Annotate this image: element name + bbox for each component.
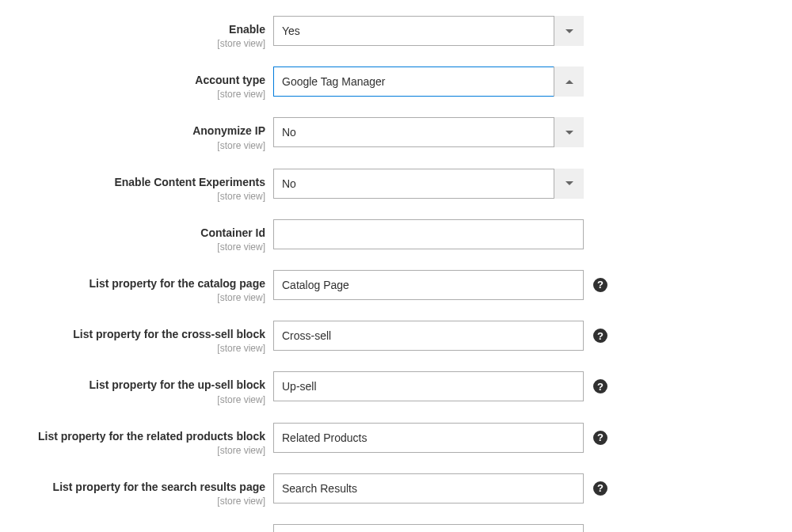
- field-col-account-type: Google Tag Manager: [273, 66, 584, 97]
- scope-catalog-page: [store view]: [8, 292, 265, 303]
- row-container-id: Container Id [store view]: [8, 219, 784, 253]
- scope-related-products: [store view]: [8, 445, 265, 456]
- scope-account-type: [store view]: [8, 89, 265, 100]
- label-catalog-page: List property for the catalog page: [8, 276, 265, 291]
- label-cross-sell: List property for the cross-sell block: [8, 327, 265, 341]
- row-catalog-page: List property for the catalog page [stor…: [8, 270, 784, 303]
- select-enable[interactable]: Yes: [273, 16, 584, 46]
- input-container-id[interactable]: [273, 219, 584, 249]
- select-account-type[interactable]: Google Tag Manager: [273, 66, 584, 97]
- field-col-related-products: ?: [273, 423, 607, 453]
- label-enable: Enable: [8, 22, 265, 36]
- field-col-search-results: ?: [273, 473, 607, 504]
- label-col-cross-sell: List property for the cross-sell block […: [8, 321, 273, 354]
- label-col-catalog-page: List property for the catalog page [stor…: [8, 270, 273, 303]
- label-col-search-results: List property for the search results pag…: [8, 473, 273, 507]
- label-related-products: List property for the related products b…: [8, 429, 265, 443]
- label-col-internal-promotions: 'Internal Promotions' for promotions fie…: [8, 524, 273, 532]
- row-internal-promotions: 'Internal Promotions' for promotions fie…: [8, 524, 784, 532]
- scope-enable: [store view]: [8, 38, 265, 49]
- label-search-results: List property for the search results pag…: [8, 480, 265, 494]
- field-col-container-id: [273, 219, 584, 249]
- field-col-content-experiments: No: [273, 169, 584, 199]
- field-col-up-sell: ?: [273, 371, 607, 401]
- input-related-products[interactable]: [273, 423, 584, 453]
- row-enable: Enable [store view] Yes: [8, 16, 784, 49]
- label-container-id: Container Id: [8, 226, 265, 240]
- input-up-sell[interactable]: [273, 371, 584, 401]
- row-search-results: List property for the search results pag…: [8, 473, 784, 507]
- label-col-related-products: List property for the related products b…: [8, 423, 273, 456]
- row-content-experiments: Enable Content Experiments [store view] …: [8, 169, 784, 202]
- field-col-enable: Yes: [273, 16, 584, 46]
- row-related-products: List property for the related products b…: [8, 423, 784, 456]
- input-catalog-page[interactable]: [273, 270, 584, 300]
- select-content-experiments-input[interactable]: No: [273, 169, 584, 199]
- select-anonymize-ip[interactable]: No: [273, 117, 584, 147]
- label-col-content-experiments: Enable Content Experiments [store view]: [8, 169, 273, 202]
- label-col-up-sell: List property for the up-sell block [sto…: [8, 371, 273, 405]
- row-anonymize-ip: Anonymize IP [store view] No: [8, 117, 784, 150]
- help-icon[interactable]: ?: [593, 329, 607, 343]
- label-col-enable: Enable [store view]: [8, 16, 273, 49]
- field-col-internal-promotions: ?: [273, 524, 607, 532]
- help-icon[interactable]: ?: [593, 278, 607, 292]
- help-icon[interactable]: ?: [593, 431, 607, 445]
- row-account-type: Account type [store view] Google Tag Man…: [8, 66, 784, 100]
- field-col-catalog-page: ?: [273, 270, 607, 300]
- label-account-type: Account type: [8, 73, 265, 87]
- select-account-type-input[interactable]: Google Tag Manager: [273, 66, 584, 97]
- scope-content-experiments: [store view]: [8, 191, 265, 202]
- scope-container-id: [store view]: [8, 241, 265, 253]
- scope-up-sell: [store view]: [8, 394, 265, 405]
- label-col-container-id: Container Id [store view]: [8, 219, 273, 253]
- select-content-experiments[interactable]: No: [273, 169, 584, 199]
- select-anonymize-ip-input[interactable]: No: [273, 117, 584, 147]
- scope-anonymize-ip: [store view]: [8, 140, 265, 151]
- scope-cross-sell: [store view]: [8, 343, 265, 354]
- label-col-anonymize-ip: Anonymize IP [store view]: [8, 117, 273, 150]
- input-cross-sell[interactable]: [273, 321, 584, 351]
- row-up-sell: List property for the up-sell block [sto…: [8, 371, 784, 405]
- scope-search-results: [store view]: [8, 496, 265, 507]
- input-search-results[interactable]: [273, 473, 584, 504]
- help-icon[interactable]: ?: [593, 481, 607, 496]
- label-up-sell: List property for the up-sell block: [8, 378, 265, 392]
- row-cross-sell: List property for the cross-sell block […: [8, 321, 784, 354]
- help-icon[interactable]: ?: [593, 379, 607, 393]
- label-content-experiments: Enable Content Experiments: [8, 175, 265, 189]
- label-anonymize-ip: Anonymize IP: [8, 124, 265, 138]
- select-enable-input[interactable]: Yes: [273, 16, 584, 46]
- input-internal-promotions[interactable]: [273, 524, 584, 532]
- label-col-account-type: Account type [store view]: [8, 66, 273, 100]
- field-col-anonymize-ip: No: [273, 117, 584, 147]
- field-col-cross-sell: ?: [273, 321, 607, 351]
